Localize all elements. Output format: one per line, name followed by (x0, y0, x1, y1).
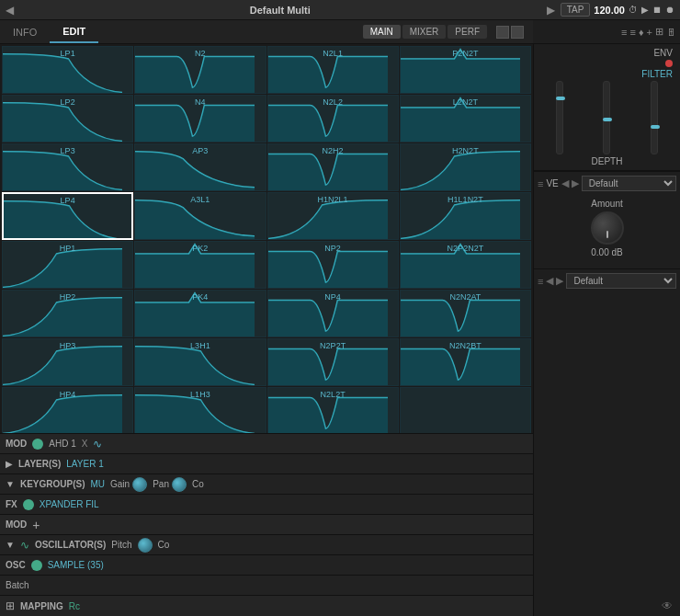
mod-power-btn[interactable] (32, 439, 43, 450)
play-icon[interactable]: ▶ (641, 5, 649, 15)
view-toggle (496, 26, 524, 39)
ve-arrow-right[interactable]: ▶ (572, 177, 579, 189)
filter-curve-LP3 (3, 144, 132, 190)
mod-row-2: MOD + (0, 515, 533, 535)
right-icons-bar: ≡ ≡ ♦ + ⊞ 🎚 (533, 20, 680, 44)
eye-icon[interactable]: 👁 (662, 599, 673, 612)
filter-curve-LP2 (3, 96, 132, 142)
filter-cell-NP2[interactable]: NP2 (267, 241, 399, 289)
default-dropdown[interactable]: Default (566, 273, 676, 289)
icon-plus[interactable]: + (647, 27, 652, 38)
ve-lines-icon[interactable]: ≡ (538, 178, 543, 189)
osc-label: OSC (6, 560, 26, 570)
curve-icon: ∿ (93, 438, 102, 451)
osc-expand-btn[interactable]: ▼ (6, 540, 15, 550)
batch-label: Batch (6, 580, 29, 590)
info-tab[interactable]: INFO (0, 20, 50, 43)
adsr-remove-btn[interactable]: X (82, 439, 88, 449)
osc-pitch-knob[interactable] (138, 538, 153, 553)
mod-add-btn[interactable]: + (32, 518, 40, 532)
filter-cell-L3H1[interactable]: L3H1 (134, 338, 266, 386)
right-label-area: ENV FILTER (538, 48, 676, 79)
filter-cell-P2N2T[interactable]: P2N2T (400, 46, 531, 94)
gain-knob[interactable] (132, 477, 147, 492)
filter-cell-PK4[interactable]: PK4 (134, 290, 266, 337)
tap-button[interactable]: TAP (561, 3, 591, 17)
ve-dropdown[interactable]: Default (582, 176, 676, 191)
slider-2[interactable] (603, 81, 610, 154)
filter-curve-A3L1 (135, 193, 265, 239)
slider-1[interactable] (556, 81, 563, 154)
osc-wave-icon: ∿ (20, 539, 29, 552)
filter-cell-empty1[interactable] (400, 387, 531, 433)
prev-arrow[interactable]: ◀ (6, 4, 14, 17)
filter-cell-N2N2AT[interactable]: N2N2AT (400, 290, 531, 337)
main-tab[interactable]: MAIN (363, 25, 401, 39)
default-lines-icon[interactable]: ≡ (538, 276, 543, 287)
keygroup-expand-btn[interactable]: ▼ (6, 479, 15, 489)
filter-cell-HP2[interactable]: HP2 (2, 290, 133, 337)
amount-knob[interactable] (591, 211, 624, 245)
filter-cell-N2L2T[interactable]: N2L2T (267, 387, 399, 433)
icon-stack1[interactable]: ≡ (621, 27, 627, 38)
osc-power-btn[interactable] (31, 560, 42, 571)
default-arrow-right[interactable]: ▶ (556, 275, 563, 287)
icon-stack2[interactable]: ≡ (630, 27, 636, 38)
fx-name[interactable]: XPANDER FIL (40, 499, 99, 509)
filter-cell-N4[interactable]: N4 (134, 95, 266, 143)
filter-cell-N2P2T[interactable]: N2P2T (267, 338, 399, 386)
metro-icon[interactable]: ⏱ (629, 5, 638, 15)
filter-cell-LP2[interactable]: LP2 (2, 95, 133, 143)
icon-grid[interactable]: ⊞ (655, 26, 663, 38)
perf-tab[interactable]: PERF (448, 25, 487, 39)
slider-3[interactable] (651, 81, 658, 154)
filter-curve-N2N2BT (401, 339, 530, 385)
filter-cell-H1L1N2T[interactable]: H1L1N2T (400, 192, 531, 240)
filter-cell-N2L1[interactable]: N2L1 (267, 46, 399, 94)
filter-cell-PK2[interactable]: PK2 (134, 241, 266, 289)
filter-cell-AP3[interactable]: AP3 (134, 143, 266, 191)
filter-cell-H1N2L1[interactable]: H1N2L1 (267, 192, 399, 240)
layer-expand-btn[interactable]: ▶ (6, 459, 13, 469)
next-arrow[interactable]: ▶ (547, 4, 555, 17)
filter-cell-LP3[interactable]: LP3 (2, 143, 133, 191)
filter-cell-N2L2[interactable]: N2L2 (267, 95, 399, 143)
record-icon[interactable]: ⏺ (665, 5, 674, 15)
default-section: ≡ ◀ ▶ Default (534, 268, 680, 296)
gain-label: Gain (110, 479, 130, 489)
view-icon-1[interactable] (496, 26, 509, 39)
filter-cell-A3L1[interactable]: A3L1 (134, 192, 266, 240)
default-arrow-left[interactable]: ◀ (546, 275, 553, 287)
filter-cell-N2P2N2T[interactable]: N2P2N2T (400, 241, 531, 289)
filter-cell-L1H3[interactable]: L1H3 (134, 387, 266, 433)
filter-cell-LP4[interactable]: LP4 (2, 192, 133, 240)
layer-row: ▶ LAYER(S) LAYER 1 (0, 454, 533, 474)
edit-tab[interactable]: EDIT (50, 20, 98, 43)
filter-cell-L2N2T[interactable]: L2N2T (400, 95, 531, 143)
filter-curve-L2N2T (401, 96, 530, 142)
filter-curve-HP2 (3, 291, 132, 337)
filter-cell-NP4[interactable]: NP4 (267, 290, 399, 337)
mixer-tab[interactable]: MIXER (402, 25, 447, 39)
fx-power-btn[interactable] (23, 499, 34, 510)
ve-arrow-left[interactable]: ◀ (561, 177, 569, 189)
pan-knob[interactable] (172, 477, 187, 492)
filter-cell-LP1[interactable]: LP1 (2, 46, 133, 94)
rc-label[interactable]: Rc (69, 601, 80, 611)
icon-diamond[interactable]: ♦ (639, 27, 644, 38)
main-mixer-perf-tabs: MAIN MIXER PERF (363, 25, 487, 39)
filter-cell-HP1[interactable]: HP1 (2, 241, 133, 289)
left-panel: LP1 N2 N2L1 P2N2T LP2 N4 N2L2 L2 (0, 44, 533, 616)
eye-area: 👁 (662, 599, 673, 612)
filter-cell-N2H2[interactable]: N2H2 (267, 143, 399, 191)
filter-cell-N2N2BT[interactable]: N2N2BT (400, 338, 531, 386)
stop-icon[interactable]: ⏹ (652, 5, 662, 15)
filter-cell-HP4[interactable]: HP4 (2, 387, 133, 433)
ve-section: ≡ VE ◀ ▶ Default Amount 0.00 dB (534, 171, 680, 265)
filter-cell-N2[interactable]: N2 (134, 46, 266, 94)
view-icon-2[interactable] (511, 26, 524, 39)
bpm-display: 120.00 (594, 5, 625, 16)
icon-fader[interactable]: 🎚 (666, 27, 676, 38)
filter-cell-H2N2T[interactable]: H2N2T (400, 143, 531, 191)
filter-cell-HP3[interactable]: HP3 (2, 338, 133, 386)
